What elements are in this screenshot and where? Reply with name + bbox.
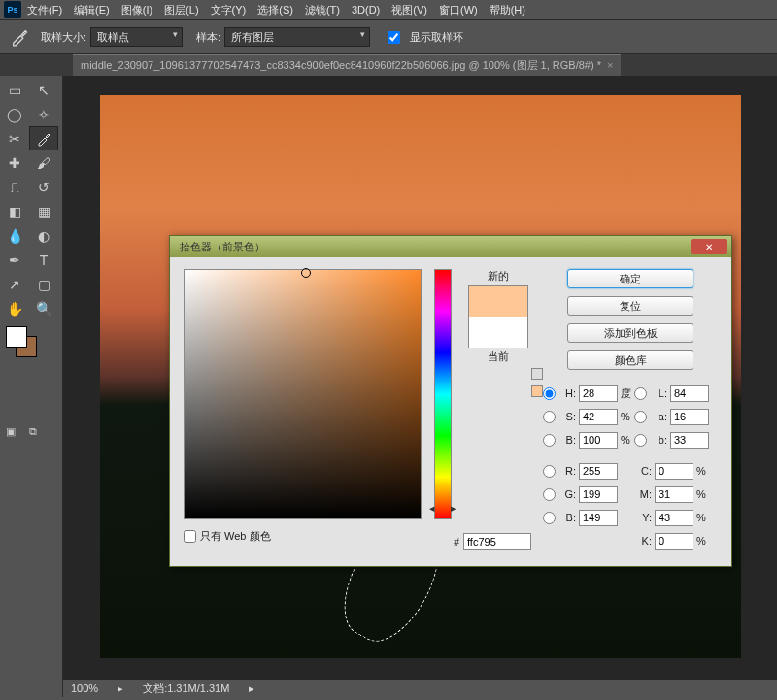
gamut-warning-icon[interactable] xyxy=(531,368,543,380)
hex-input[interactable] xyxy=(463,533,531,550)
pct-unit2: % xyxy=(621,434,634,446)
c-input[interactable] xyxy=(655,463,693,480)
menu-help[interactable]: 帮助(H) xyxy=(490,3,525,17)
h-input[interactable] xyxy=(579,385,618,402)
s-label: S: xyxy=(558,411,576,422)
web-only-label: 只有 Web 颜色 xyxy=(200,529,271,544)
r-input[interactable] xyxy=(579,463,618,480)
pct4: % xyxy=(696,488,710,500)
brush-tool[interactable]: 🖌 xyxy=(29,150,58,175)
lb-radio[interactable] xyxy=(634,434,647,447)
lasso-tool[interactable]: ◯ xyxy=(0,102,29,126)
s-radio[interactable] xyxy=(543,411,556,423)
h-radio[interactable] xyxy=(543,387,556,400)
a-radio[interactable] xyxy=(634,411,647,423)
stamp-tool[interactable]: ⎍ xyxy=(0,175,29,199)
color-lib-button[interactable]: 颜色库 xyxy=(567,350,693,370)
l-radio[interactable] xyxy=(634,387,647,400)
heal-tool[interactable]: ✚ xyxy=(0,150,29,175)
menu-view[interactable]: 视图(V) xyxy=(391,3,427,17)
dialog-titlebar[interactable]: 拾色器（前景色） ✕ xyxy=(170,236,731,257)
new-label: 新的 xyxy=(454,269,543,283)
hand-tool[interactable]: ✋ xyxy=(0,296,29,320)
color-swatches[interactable] xyxy=(6,326,37,357)
type-tool[interactable]: T xyxy=(29,248,58,272)
hex-label: # xyxy=(454,536,459,548)
move-tool[interactable]: ↖ xyxy=(29,78,58,102)
wand-tool[interactable]: ✧ xyxy=(29,102,58,126)
screenmode-icon[interactable]: ⧉ xyxy=(29,425,37,438)
sv-cursor-icon xyxy=(301,268,311,278)
b-input[interactable] xyxy=(579,432,618,449)
c-label: C: xyxy=(634,465,652,477)
color-preview[interactable] xyxy=(468,285,528,348)
path-tool[interactable]: ↗ xyxy=(0,272,29,296)
menu-edit[interactable]: 编辑(E) xyxy=(74,3,110,17)
zoom-tool[interactable]: 🔍 xyxy=(29,296,58,320)
menu-3d[interactable]: 3D(D) xyxy=(352,4,380,16)
l-label: L: xyxy=(650,387,667,399)
hue-indicator-icon: ◂▸ xyxy=(429,502,456,510)
tab-bar: middle_230907_10961377702547473_cc8334c9… xyxy=(0,54,777,76)
menu-filter[interactable]: 滤镜(T) xyxy=(305,3,340,17)
menu-layer[interactable]: 图层(L) xyxy=(164,3,198,17)
eraser-tool[interactable]: ◧ xyxy=(0,199,29,223)
g-input[interactable] xyxy=(579,486,618,503)
websafe-swatch[interactable] xyxy=(531,385,543,397)
eyedropper-tool[interactable] xyxy=(29,126,58,150)
hue-slider[interactable] xyxy=(434,269,452,519)
menu-image[interactable]: 图像(I) xyxy=(121,3,152,17)
menu-file[interactable]: 文件(F) xyxy=(27,3,62,17)
marquee-tool[interactable]: ▭ xyxy=(0,78,29,102)
dialog-title: 拾色器（前景色） xyxy=(180,240,691,254)
menu-select[interactable]: 选择(S) xyxy=(257,3,293,17)
menu-window[interactable]: 窗口(W) xyxy=(439,3,478,17)
pen-tool[interactable]: ✒ xyxy=(0,248,29,272)
gradient-tool[interactable]: ▦ xyxy=(29,199,58,223)
bc-input[interactable] xyxy=(579,510,618,526)
l-input[interactable] xyxy=(670,385,709,402)
m-input[interactable] xyxy=(655,486,693,503)
menu-text[interactable]: 文字(Y) xyxy=(211,3,247,17)
pct5: % xyxy=(696,512,710,523)
ok-button[interactable]: 确定 xyxy=(567,269,693,288)
bc-radio[interactable] xyxy=(543,512,556,524)
app-icon: Ps xyxy=(4,1,21,18)
sample-label: 样本: xyxy=(196,30,220,45)
bc-label: B: xyxy=(558,512,576,523)
history-brush-tool[interactable]: ↺ xyxy=(29,175,58,199)
lb-input[interactable] xyxy=(670,432,709,449)
quickmask-icon[interactable]: ▣ xyxy=(6,425,16,438)
pct-unit: % xyxy=(621,411,634,422)
menu-bar: Ps 文件(F) 编辑(E) 图像(I) 图层(L) 文字(Y) 选择(S) 滤… xyxy=(0,0,777,19)
lb-label: b: xyxy=(650,434,667,446)
a-input[interactable] xyxy=(670,409,709,425)
r-radio[interactable] xyxy=(543,465,556,478)
sample-select[interactable]: 所有图层 xyxy=(224,27,370,47)
s-input[interactable] xyxy=(579,409,618,425)
b-radio[interactable] xyxy=(543,434,556,447)
r-label: R: xyxy=(558,465,576,477)
add-swatch-button[interactable]: 添加到色板 xyxy=(567,323,693,343)
saturation-value-field[interactable] xyxy=(184,269,422,519)
k-input[interactable] xyxy=(655,533,693,550)
fg-color-swatch[interactable] xyxy=(6,326,27,348)
shape-tool[interactable]: ▢ xyxy=(29,272,58,296)
close-button[interactable]: ✕ xyxy=(691,239,727,254)
blur-tool[interactable]: 💧 xyxy=(0,223,29,248)
y-label: Y: xyxy=(634,512,652,523)
zoom-level[interactable]: 100% xyxy=(71,683,98,694)
eyedropper-icon xyxy=(10,27,29,47)
dodge-tool[interactable]: ◐ xyxy=(29,223,58,248)
document-tab[interactable]: middle_230907_10961377702547473_cc8334c9… xyxy=(73,54,621,76)
web-only-checkbox[interactable] xyxy=(184,530,196,543)
show-ring-checkbox[interactable] xyxy=(388,31,400,44)
color-picker-dialog: 拾色器（前景色） ✕ ◂▸ 只有 Web 颜色 新的 当前 # xyxy=(169,235,732,567)
sample-size-select[interactable]: 取样点 xyxy=(90,27,183,47)
g-label: G: xyxy=(558,488,576,500)
close-icon[interactable]: × xyxy=(607,59,613,71)
y-input[interactable] xyxy=(655,510,693,526)
crop-tool[interactable]: ✂ xyxy=(0,126,29,150)
reset-button[interactable]: 复位 xyxy=(567,296,693,316)
g-radio[interactable] xyxy=(543,488,556,501)
